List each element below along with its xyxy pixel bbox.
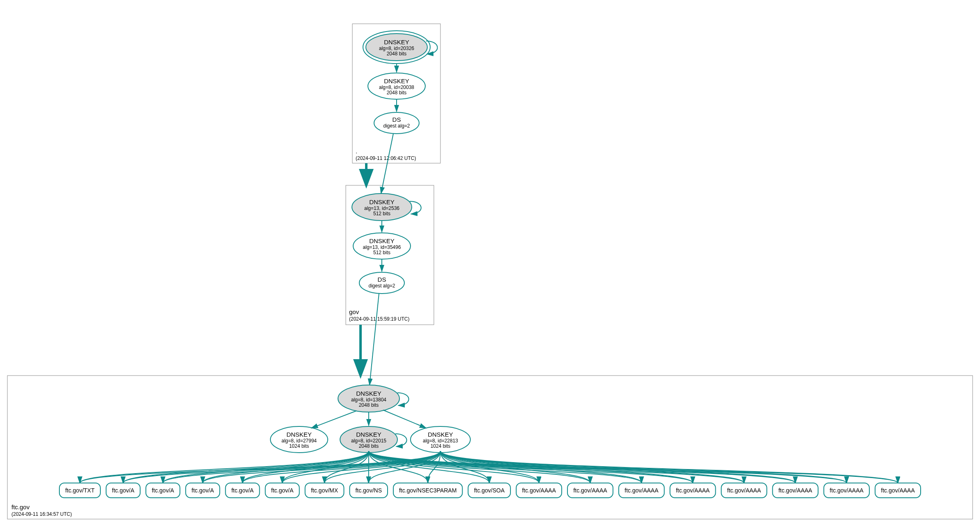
edge-rootds-govk1 (381, 134, 393, 194)
rrset-leaf-label: ftc.gov/AAAA (830, 487, 864, 494)
dnskey-gov-35496-bits: 512 bits (373, 250, 390, 255)
dnskey-gov-35496-title: DNSKEY (369, 237, 395, 244)
ds-root-alg: digest alg=2 (383, 123, 410, 129)
rrset-leaf-label: ftc.gov/MX (311, 487, 338, 494)
edge-ftck1-ftck4 (383, 410, 426, 428)
zone-root-label: . (356, 148, 357, 155)
rrset-leaf-label: ftc.gov/AAAA (881, 487, 915, 494)
dnskey-ftc-22015-bits: 2048 bits (359, 443, 379, 449)
dnskey-ftc-22813-bits: 1024 bits (431, 443, 451, 449)
zone-ftc-ts: (2024-09-11 16:34:57 UTC) (11, 511, 72, 517)
ds-gov-title: DS (378, 276, 386, 283)
dnskey-ftc-27994-bits: 1024 bits (289, 443, 309, 449)
rrset-leaf-label: ftc.gov/A (152, 487, 174, 494)
selfloop-root-20326 (426, 41, 438, 54)
zone-gov-label: gov (349, 308, 359, 315)
zone-ftc-label: ftc.gov (11, 503, 30, 510)
dnskey-ftc-22015-title: DNSKEY (356, 431, 381, 438)
dnskey-root-20038-title: DNSKEY (384, 77, 409, 84)
rrset-leaf-label: ftc.gov/A (192, 487, 214, 494)
rrset-leaf-label: ftc.gov/NSEC3PARAM (399, 487, 457, 494)
rrset-leaf-label: ftc.gov/AAAA (727, 487, 761, 494)
rrset-leaf-label: ftc.gov/AAAA (522, 487, 556, 494)
rrset-leaf-label: ftc.gov/A (231, 487, 254, 494)
edge-dnskey-to-rrset (440, 451, 846, 483)
dnskey-gov-2536-bits: 512 bits (373, 211, 390, 216)
zone-gov-ts: (2024-09-11 15:59:19 UTC) (349, 316, 409, 322)
dnskey-root-20326-title: DNSKEY (384, 39, 409, 46)
dnskey-ftc-22015-alg: alg=8, id=22015 (351, 438, 386, 444)
rrset-leaf-label: ftc.gov/AAAA (573, 487, 607, 494)
dnskey-ftc-22813-alg: alg=8, id=22813 (423, 438, 458, 444)
dnskey-root-20326-alg: alg=8, id=20326 (379, 46, 414, 51)
dnskey-ftc-13804-bits: 2048 bits (359, 402, 379, 408)
edge-ftck1-ftck2 (311, 411, 356, 428)
dnskey-ftc-13804-title: DNSKEY (356, 390, 381, 397)
dnskey-gov-35496-alg: alg=13, id=35496 (363, 244, 401, 250)
dnskey-gov-2536-title: DNSKEY (369, 198, 395, 205)
rrset-leaf-label: ftc.gov/AAAA (625, 487, 659, 494)
rrset-leaf-label: ftc.gov/A (112, 487, 134, 494)
zone-root-ts: (2024-09-11 12:06:42 UTC) (356, 155, 416, 161)
rrset-leaf-label: ftc.gov/A (271, 487, 294, 494)
ds-gov-alg: digest alg=2 (368, 283, 395, 289)
dnskey-ftc-27994-alg: alg=8, id=27994 (281, 438, 317, 444)
edge-govds-ftck1 (370, 294, 379, 385)
rrset-leaf-label: ftc.gov/SOA (474, 487, 505, 494)
ds-root-title: DS (392, 116, 401, 123)
rrset-leaf-label: ftc.gov/AAAA (676, 487, 710, 494)
dnskey-root-20038-bits: 2048 bits (387, 90, 407, 96)
dnskey-gov-2536-alg: alg=13, id=2536 (364, 205, 399, 211)
dnskey-ftc-22813-title: DNSKEY (428, 431, 453, 438)
rrset-leaf-label: ftc.gov/NS (355, 487, 382, 494)
dnskey-ftc-13804-alg: alg=8, id=13804 (351, 397, 386, 403)
rrset-leaf-label: ftc.gov/TXT (65, 487, 95, 494)
rrset-leaf-label: ftc.gov/AAAA (778, 487, 812, 494)
dnskey-root-20326-bits: 2048 bits (387, 51, 407, 57)
dnskey-root-20038-alg: alg=8, id=20038 (379, 84, 414, 90)
dnskey-ftc-27994-title: DNSKEY (286, 431, 312, 438)
